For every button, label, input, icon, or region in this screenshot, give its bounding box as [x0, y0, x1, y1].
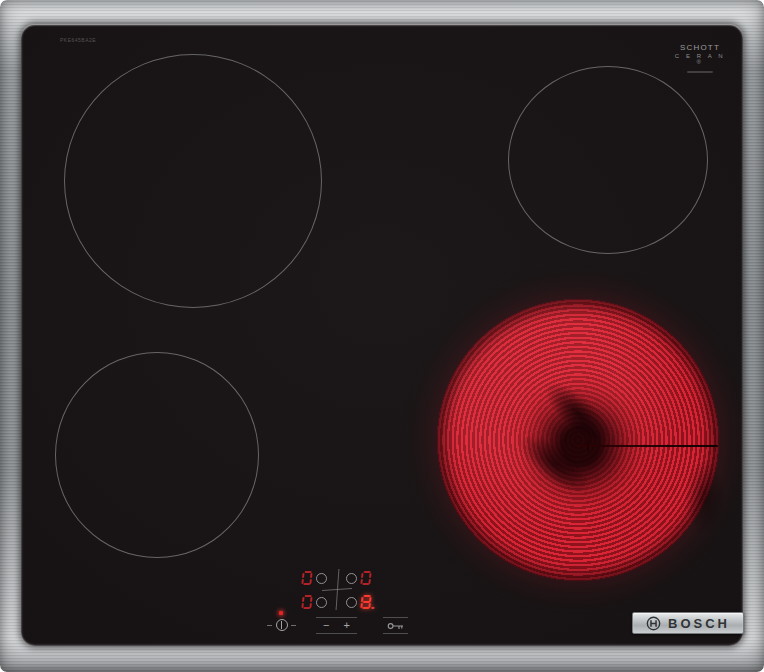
zone-marker-icon: [346, 573, 357, 584]
model-number: PKE645BA2E: [60, 37, 96, 43]
zone-marker-icon: [316, 597, 327, 608]
zone-marker-icon: [316, 573, 327, 584]
temperature-limiter-tip: [587, 439, 589, 452]
power-display-back-right: [360, 571, 371, 585]
cooktop-frame: PKE645BA2E SCHOTT C E R A N ®: [0, 0, 764, 672]
plus-button[interactable]: +: [337, 618, 358, 633]
minus-button[interactable]: −: [316, 618, 337, 633]
bosch-badge: BOSCH: [632, 612, 744, 634]
childlock-button[interactable]: [383, 617, 408, 634]
power-standby-icon-line: [281, 621, 282, 629]
bosch-logo-icon: [646, 616, 661, 631]
power-display-front-right: [360, 595, 371, 609]
power-tick-right: [291, 625, 296, 626]
zone-select-front-left[interactable]: [302, 594, 327, 610]
power-button[interactable]: [267, 617, 297, 634]
zone-marker-icon: [346, 597, 357, 608]
schott-ceran-label: SCHOTT C E R A N ®: [670, 43, 730, 73]
zone-back-right: [508, 66, 708, 254]
zone-select-back-right[interactable]: [346, 570, 371, 586]
ceran-text: C E R A N ®: [670, 53, 730, 65]
zone-front-right-heating-element: [437, 299, 719, 581]
bosch-wordmark: BOSCH: [668, 616, 730, 631]
zone-back-left: [64, 54, 322, 308]
fine-print: [687, 71, 713, 73]
power-level-stepper: − +: [316, 617, 357, 634]
power-display-back-left: [301, 571, 312, 585]
power-tick-left: [267, 625, 272, 626]
zone-select-front-right[interactable]: [346, 594, 371, 610]
schott-text: SCHOTT: [670, 43, 730, 52]
zone-front-left: [55, 352, 259, 558]
zone-select-back-left[interactable]: [302, 570, 327, 586]
power-led-indicator: [279, 611, 283, 615]
temperature-limiter-bar: [578, 445, 718, 447]
glass-surface: PKE645BA2E SCHOTT C E R A N ®: [21, 24, 743, 646]
power-display-front-left: [301, 595, 312, 609]
element-shade: [679, 449, 731, 545]
key-childlock-icon: [387, 621, 405, 631]
